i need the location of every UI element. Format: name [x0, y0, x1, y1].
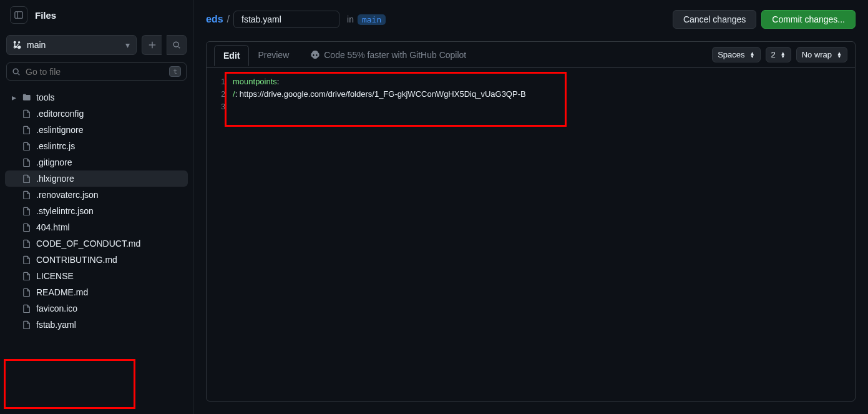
tree-item-label: 404.html	[36, 222, 70, 232]
file-icon	[22, 255, 31, 264]
add-file-button[interactable]	[142, 35, 162, 55]
tree-item-label: favicon.ico	[36, 303, 77, 313]
file-icon	[22, 207, 31, 215]
yaml-punct: :	[235, 89, 240, 99]
copilot-label: Code 55% faster with GitHub Copilot	[324, 50, 466, 60]
file-icon	[22, 288, 31, 297]
search-button[interactable]	[167, 35, 187, 55]
tree-item-label: .stylelintrc.json	[36, 206, 94, 216]
tree-folder[interactable]: ▸tools	[5, 89, 188, 106]
search-icon	[12, 67, 21, 76]
cancel-button[interactable]: Cancel changes	[673, 10, 756, 29]
tree-item-label: README.md	[36, 287, 88, 297]
tree-file[interactable]: .eslintrc.js	[5, 138, 188, 154]
tree-item-label: LICENSE	[36, 271, 74, 281]
repo-link[interactable]: eds	[206, 14, 223, 25]
folder-icon	[22, 93, 31, 102]
breadcrumb: eds / in main	[206, 11, 386, 28]
tree-file[interactable]: favicon.ico	[5, 300, 188, 317]
file-icon	[22, 158, 31, 167]
tree-item-label: .hlxignore	[36, 174, 74, 184]
tab-edit[interactable]: Edit	[214, 45, 249, 66]
yaml-value: https://drive.google.com/drive/folders/1…	[240, 89, 526, 99]
svg-line-8	[178, 47, 180, 49]
tree-item-label: CODE_OF_CONDUCT.md	[36, 239, 140, 249]
file-tree[interactable]: ▸tools.editorconfig.eslintignore.eslintr…	[0, 87, 193, 414]
branch-select-label: main	[27, 40, 46, 50]
sidebar-title: Files	[35, 10, 56, 21]
indent-mode-select[interactable]: Spaces▲▼	[712, 47, 760, 62]
tree-file[interactable]: README.md	[5, 284, 188, 300]
code-content[interactable]: mountpoints: /: https://drive.google.com…	[233, 76, 855, 401]
file-icon	[22, 190, 31, 199]
breadcrumb-sep: /	[227, 14, 230, 25]
branch-badge: main	[358, 14, 386, 25]
chevron-right-icon: ▸	[10, 92, 17, 102]
file-icon	[22, 109, 31, 118]
indent-size-select[interactable]: 2▲▼	[766, 47, 791, 62]
tree-item-label: .eslintignore	[36, 125, 84, 135]
file-search[interactable]: t	[6, 62, 187, 81]
tab-preview[interactable]: Preview	[249, 45, 298, 65]
tree-file[interactable]: CODE_OF_CONDUCT.md	[5, 235, 188, 252]
updown-icon: ▲▼	[837, 52, 842, 58]
caret-down-icon: ▾	[125, 40, 130, 50]
tree-file[interactable]: .renovaterc.json	[5, 187, 188, 203]
tree-item-label: .renovaterc.json	[36, 190, 99, 200]
tree-file[interactable]: CONTRIBUTING.md	[5, 252, 188, 268]
file-icon	[22, 304, 31, 313]
file-icon	[22, 174, 31, 183]
tree-file[interactable]: .hlxignore	[5, 170, 188, 187]
tree-item-label: .gitignore	[36, 157, 72, 167]
svg-point-9	[13, 69, 18, 74]
commit-button[interactable]: Commit changes...	[761, 10, 856, 29]
file-icon	[22, 320, 31, 329]
svg-rect-0	[15, 12, 22, 19]
filename-input[interactable]	[233, 11, 339, 28]
wrap-select[interactable]: No wrap▲▼	[796, 47, 847, 62]
copilot-link[interactable]: Code 55% faster with GitHub Copilot	[310, 50, 466, 60]
tree-file[interactable]: .stylelintrc.json	[5, 203, 188, 219]
tree-item-label: tools	[36, 92, 55, 102]
yaml-key: mountpoints	[233, 77, 277, 86]
updown-icon: ▲▼	[781, 52, 786, 58]
tree-file[interactable]: .editorconfig	[5, 106, 188, 122]
search-shortcut: t	[169, 66, 181, 77]
line-gutter: 123	[207, 76, 233, 401]
collapse-panel-button[interactable]	[10, 6, 27, 24]
tree-item-label: .eslintrc.js	[36, 141, 75, 151]
yaml-punct: :	[277, 77, 280, 86]
file-icon	[22, 239, 31, 248]
svg-line-10	[18, 73, 20, 75]
updown-icon: ▲▼	[750, 52, 755, 58]
search-input[interactable]	[26, 67, 164, 77]
sidebar: Files main ▾ t	[0, 0, 193, 414]
tree-file[interactable]: .eslintignore	[5, 122, 188, 138]
file-icon	[22, 223, 31, 232]
file-icon	[22, 272, 31, 280]
svg-point-7	[173, 42, 178, 47]
file-icon	[22, 126, 31, 134]
tree-file[interactable]: 404.html	[5, 219, 188, 235]
code-editor[interactable]: 123 mountpoints: /: https://drive.google…	[207, 68, 855, 401]
main-panel: eds / in main Cancel changes Commit chan…	[193, 0, 868, 414]
copilot-icon	[310, 50, 320, 60]
branch-icon	[13, 41, 22, 49]
in-label: in	[347, 14, 354, 24]
tree-item-label: CONTRIBUTING.md	[36, 255, 117, 265]
branch-select[interactable]: main ▾	[6, 35, 137, 55]
file-icon	[22, 142, 31, 150]
tree-item-label: .editorconfig	[36, 109, 84, 119]
tree-file[interactable]: LICENSE	[5, 268, 188, 284]
tree-file[interactable]: .gitignore	[5, 154, 188, 170]
tree-item-label: fstab.yaml	[36, 320, 76, 330]
tree-file[interactable]: fstab.yaml	[5, 317, 188, 333]
